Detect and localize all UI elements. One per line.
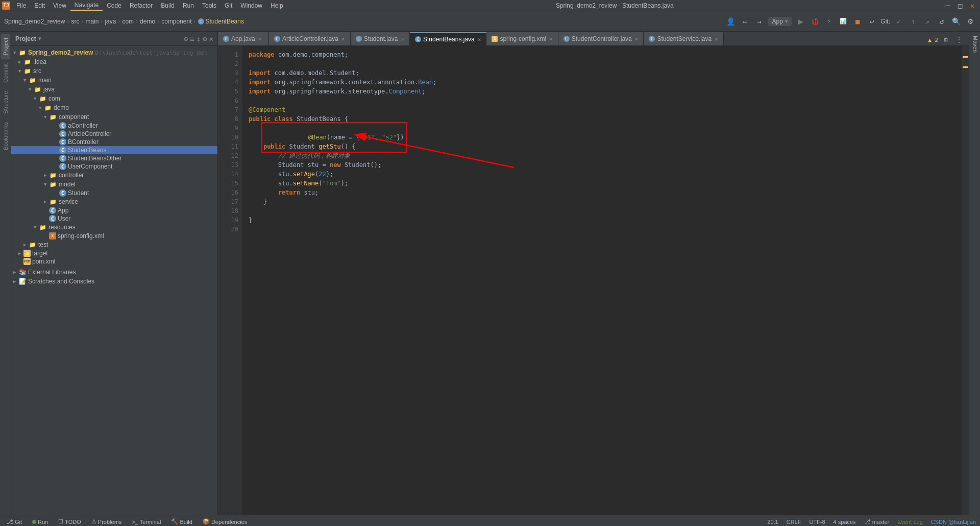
tab-studentbeans-close[interactable]: ✕ bbox=[478, 36, 481, 43]
event-log-btn[interactable]: Event Log bbox=[897, 519, 923, 525]
menu-edit[interactable]: Edit bbox=[30, 1, 49, 10]
tab-student[interactable]: C Student.java ✕ bbox=[351, 32, 410, 45]
sidebar-tab-bookmarks[interactable]: Bookmarks bbox=[1, 118, 10, 154]
tree-src[interactable]: ▼ 📁 src bbox=[11, 66, 217, 76]
tab-studentservice[interactable]: C StudentService.java ✕ bbox=[644, 32, 723, 45]
git-push[interactable]: ↗ bbox=[922, 16, 933, 27]
breadcrumb-src[interactable]: src bbox=[71, 18, 79, 25]
tree-controller[interactable]: ▶ 📁 controller bbox=[11, 171, 217, 180]
tree-scratches[interactable]: ▶ 📝 Scratches and Consoles bbox=[11, 277, 217, 286]
tree-resources[interactable]: ▼ 📁 resources bbox=[11, 223, 217, 232]
tree-app[interactable]: C App bbox=[11, 206, 217, 214]
settings-icon[interactable]: ⚙ bbox=[203, 35, 207, 43]
forward-button[interactable]: → bbox=[754, 16, 765, 27]
breadcrumb-project[interactable]: Spring_demo2_review bbox=[4, 18, 65, 25]
code-editor[interactable]: 1 2 3 4 5 6 7 8 9 10 11 12 13 14 15 16 1… bbox=[218, 46, 969, 515]
tree-external-libraries[interactable]: ▶ 📚 External Libraries bbox=[11, 268, 217, 277]
todo-bottom-btn[interactable]: ☐ TODO bbox=[56, 517, 83, 526]
settings-button[interactable]: ⚙ bbox=[965, 16, 976, 27]
run-button[interactable]: ▶ bbox=[795, 16, 806, 27]
tree-user[interactable]: C User bbox=[11, 214, 217, 223]
git-bottom-btn[interactable]: ⎇ Git bbox=[4, 517, 24, 527]
breadcrumb-demo[interactable]: demo bbox=[140, 18, 155, 25]
project-panel-dropdown[interactable]: ▼ bbox=[38, 36, 41, 41]
close-panel-icon[interactable]: ✕ bbox=[209, 35, 213, 43]
tab-student-close[interactable]: ✕ bbox=[401, 36, 404, 42]
coverage-button[interactable]: ⚡ bbox=[823, 16, 835, 27]
tree-idea[interactable]: ▶ 📁 .idea bbox=[11, 57, 217, 66]
tab-app[interactable]: C App.java ✕ bbox=[218, 32, 269, 45]
build-bottom-btn[interactable]: 🔨 Build bbox=[169, 517, 194, 526]
tab-app-close[interactable]: ✕ bbox=[258, 36, 262, 42]
menu-view[interactable]: View bbox=[49, 1, 70, 10]
tree-component[interactable]: ▼ 📁 component bbox=[11, 112, 217, 122]
tab-springconfig-close[interactable]: ✕ bbox=[549, 36, 553, 42]
tree-pom[interactable]: POM pom.xml bbox=[11, 257, 217, 266]
maximize-button[interactable]: □ bbox=[954, 0, 966, 11]
split-editor-btn[interactable]: ⊞ bbox=[940, 34, 951, 45]
close-button[interactable]: ✕ bbox=[967, 0, 978, 11]
recent-files-btn[interactable]: ⋮ bbox=[953, 34, 965, 45]
debug-button[interactable]: 🐞 bbox=[809, 16, 820, 27]
tree-usercomponent[interactable]: C UserComponent bbox=[11, 162, 217, 171]
undo-button[interactable]: ↩ bbox=[866, 16, 877, 27]
collapse-icon[interactable]: ≡ bbox=[190, 35, 194, 43]
minimize-button[interactable]: ─ bbox=[942, 0, 953, 11]
menu-navigate[interactable]: Navigate bbox=[70, 1, 103, 11]
menu-file[interactable]: File bbox=[12, 1, 30, 10]
menu-git[interactable]: Git bbox=[220, 1, 236, 10]
search-button[interactable]: 🔍 bbox=[950, 16, 962, 27]
tree-model[interactable]: ▼ 📁 model bbox=[11, 180, 217, 189]
menu-tools[interactable]: Tools bbox=[198, 1, 220, 10]
tab-articlecontroller[interactable]: C ArticleController.java ✕ bbox=[269, 32, 351, 45]
tree-root[interactable]: ▼ 📁 Spring_demo2_review D:\Java\code\tes… bbox=[11, 48, 217, 57]
menu-build[interactable]: Build bbox=[157, 1, 179, 10]
code-content[interactable]: package com.demo.component; import com.d… bbox=[242, 46, 962, 515]
menu-code[interactable]: Code bbox=[103, 1, 126, 10]
tree-student[interactable]: C Student bbox=[11, 189, 217, 197]
app-config-dropdown[interactable]: App ▼ bbox=[768, 17, 792, 26]
git-revert[interactable]: ↺ bbox=[936, 16, 947, 27]
menu-run[interactable]: Run bbox=[179, 1, 198, 10]
locate-icon[interactable]: ⊕ bbox=[184, 35, 188, 43]
tab-studentservice-close[interactable]: ✕ bbox=[715, 36, 718, 42]
tree-com[interactable]: ▼ 📁 com bbox=[11, 94, 217, 103]
git-check[interactable]: ✓ bbox=[893, 16, 904, 27]
sidebar-tab-structure[interactable]: Structure bbox=[1, 87, 10, 118]
dependencies-bottom-btn[interactable]: 📦 Dependencies bbox=[201, 517, 249, 526]
tab-studentbeans[interactable]: C StudentBeans.java ✕ bbox=[410, 32, 486, 45]
tree-main[interactable]: ▼ 📁 main bbox=[11, 76, 217, 85]
menu-help[interactable]: Help bbox=[266, 1, 287, 10]
maven-tab[interactable]: Maven bbox=[969, 32, 980, 57]
sort-icon[interactable]: ↕ bbox=[197, 35, 201, 43]
tab-springconfig[interactable]: X spring-config.xml ✕ bbox=[486, 32, 558, 45]
menu-refactor[interactable]: Refactor bbox=[126, 1, 157, 10]
tree-studentbeansother[interactable]: C StudentBeansOther bbox=[11, 154, 217, 162]
profile-button[interactable]: 👤 bbox=[725, 16, 737, 27]
breadcrumb-component[interactable]: component bbox=[161, 18, 191, 25]
tree-test[interactable]: ▶ 📁 test bbox=[11, 240, 217, 249]
terminal-bottom-btn[interactable]: >_ Terminal bbox=[130, 518, 163, 526]
breadcrumb-com[interactable]: com bbox=[122, 18, 134, 25]
tree-java[interactable]: ▼ 📁 java bbox=[11, 85, 217, 94]
tab-studentcontroller-close[interactable]: ✕ bbox=[635, 36, 639, 42]
tree-acontroller[interactable]: C aController bbox=[11, 122, 217, 130]
problems-bottom-btn[interactable]: ⚠ Problems bbox=[89, 517, 124, 526]
git-update[interactable]: ↑ bbox=[908, 16, 919, 27]
run-bottom-btn[interactable]: Run bbox=[30, 518, 50, 526]
back-button[interactable]: ← bbox=[740, 16, 751, 27]
tab-articlecontroller-close[interactable]: ✕ bbox=[341, 36, 345, 42]
breadcrumb-current[interactable]: StudentBeans bbox=[206, 18, 244, 25]
tree-target[interactable]: ▶ 📁 target bbox=[11, 249, 217, 257]
tree-studentbeans[interactable]: C StudentBeans bbox=[11, 146, 217, 154]
tree-spring-config[interactable]: X spring-config.xml bbox=[11, 232, 217, 240]
profile-run-button[interactable]: 📊 bbox=[838, 16, 849, 27]
stop-button[interactable]: ■ bbox=[852, 16, 863, 27]
tree-demo[interactable]: ▼ 📁 demo bbox=[11, 103, 217, 112]
tab-studentcontroller[interactable]: C StudentController.java ✕ bbox=[558, 32, 644, 45]
breadcrumb-main[interactable]: main bbox=[85, 18, 99, 25]
breadcrumb-java[interactable]: java bbox=[105, 18, 116, 25]
sidebar-tab-commit[interactable]: Commit bbox=[1, 59, 10, 87]
sidebar-tab-project[interactable]: Project bbox=[1, 34, 10, 59]
menu-window[interactable]: Window bbox=[236, 1, 266, 10]
